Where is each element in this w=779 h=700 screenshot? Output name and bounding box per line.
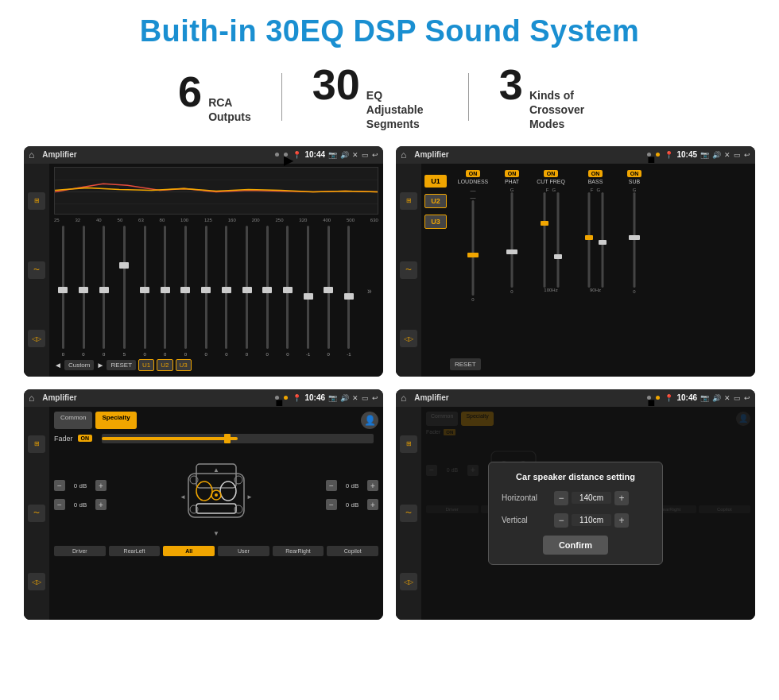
- tab-specialty[interactable]: Specialty: [95, 412, 136, 429]
- db-value-fr: 0 dB: [340, 482, 364, 489]
- db-plus-fl[interactable]: +: [95, 480, 107, 491]
- main-title: Buith-in 30EQ DSP Sound System: [24, 14, 755, 48]
- wave-ctrl-2[interactable]: 〜: [400, 261, 417, 279]
- vertical-plus[interactable]: +: [614, 513, 629, 528]
- eq-slider-3[interactable]: 0: [95, 226, 113, 357]
- db-plus-fr[interactable]: +: [367, 480, 378, 491]
- screen-crossover: ⌂ Amplifier ■ 📍 10:45 📷 🔊 ✕ ▭ ↩ ⊞ 〜: [396, 146, 755, 377]
- sub-on[interactable]: ON: [627, 170, 642, 177]
- eq-slider-4[interactable]: 5: [115, 226, 134, 357]
- stat-rca: 6 RCAOutputs: [148, 70, 281, 124]
- home-icon-2[interactable]: ⌂: [401, 149, 406, 160]
- wave-ctrl-3[interactable]: 〜: [28, 505, 45, 522]
- status-time-2: 10:45: [676, 150, 697, 159]
- car-diagram: ▲ ▼ ◄ ►: [113, 450, 320, 541]
- phat-group: ON PHAT G 0: [498, 170, 526, 302]
- stat-rca-number: 6: [178, 70, 202, 113]
- eq-ctrl-3[interactable]: ⊞: [28, 435, 45, 453]
- eq-slider-15[interactable]: -1: [340, 226, 358, 357]
- home-icon-4[interactable]: ⌂: [401, 393, 406, 404]
- custom-btn[interactable]: Custom: [64, 360, 95, 370]
- db-plus-rl[interactable]: +: [95, 499, 107, 510]
- dialog-overlay: Car speaker distance setting Horizontal …: [396, 407, 755, 620]
- eq-slider-10[interactable]: 0: [238, 226, 256, 357]
- status-dot-1b: ▶: [284, 153, 288, 157]
- camera-icon-4: 📷: [700, 394, 709, 402]
- u3-btn[interactable]: U3: [176, 359, 192, 371]
- volume-icon-4: 🔊: [712, 394, 721, 402]
- cutfreq-on[interactable]: ON: [544, 170, 559, 177]
- reset-btn[interactable]: RESET: [107, 360, 136, 370]
- eq-slider-6[interactable]: 0: [156, 226, 174, 357]
- loudness-on[interactable]: ON: [466, 170, 481, 177]
- tab-common[interactable]: Common: [54, 412, 92, 429]
- camera-icon-1: 📷: [328, 151, 337, 159]
- window-icon-4: ▭: [734, 394, 741, 402]
- spk-ctrl-3[interactable]: ◁▷: [28, 573, 45, 590]
- db-row-fl: − 0 dB +: [54, 480, 107, 491]
- eq-control-icon[interactable]: ⊞: [28, 192, 45, 210]
- more-arrow[interactable]: »: [360, 226, 378, 357]
- horizontal-plus[interactable]: +: [614, 491, 629, 505]
- eq-slider-1[interactable]: 0: [54, 226, 72, 357]
- bass-on[interactable]: ON: [588, 170, 603, 177]
- db-minus-rl[interactable]: −: [54, 499, 65, 510]
- screen1-left-controls: ⊞ 〜 ◁▷: [24, 164, 49, 377]
- u1-btn[interactable]: U1: [138, 359, 154, 371]
- eq-bottom-bar: ◄ Custom ► RESET U1 U2 U3: [54, 357, 378, 373]
- driver-btn[interactable]: Driver: [54, 546, 106, 556]
- db-plus-rr[interactable]: +: [367, 499, 378, 510]
- next-btn[interactable]: ►: [96, 361, 104, 369]
- screen2-reset-btn[interactable]: RESET: [450, 358, 481, 370]
- x-icon-4: ✕: [724, 394, 731, 402]
- phat-on[interactable]: ON: [505, 170, 520, 177]
- eq-slider-2[interactable]: 0: [75, 226, 93, 357]
- vertical-ctrl: − 110cm +: [554, 513, 649, 528]
- u3-crossover-btn[interactable]: U3: [424, 215, 447, 229]
- eq-slider-13[interactable]: -1: [299, 226, 317, 357]
- db-minus-fl[interactable]: −: [54, 480, 65, 491]
- page-wrapper: Buith-in 30EQ DSP Sound System 6 RCAOutp…: [0, 0, 779, 700]
- db-minus-rr[interactable]: −: [326, 499, 337, 510]
- screen1-title: Amplifier: [42, 150, 270, 159]
- db-minus-fr[interactable]: −: [326, 480, 337, 491]
- user-btn[interactable]: User: [218, 546, 269, 556]
- prev-btn[interactable]: ◄: [54, 361, 62, 369]
- status-bar-1: ⌂ Amplifier ▶ 📍 10:44 📷 🔊 ✕ ▭ ↩: [24, 146, 383, 164]
- u-buttons: U1 U2 U3: [424, 167, 447, 373]
- u2-crossover-btn[interactable]: U2: [424, 194, 447, 208]
- dialog-title: Car speaker distance setting: [502, 472, 649, 481]
- eq-ctrl-2[interactable]: ⊞: [400, 192, 417, 210]
- horizontal-label: Horizontal: [502, 493, 549, 502]
- eq-slider-9[interactable]: 0: [218, 226, 236, 357]
- wave-icon[interactable]: 〜: [28, 261, 45, 279]
- eq-slider-11[interactable]: 0: [258, 226, 277, 357]
- eq-slider-14[interactable]: 0: [320, 226, 338, 357]
- home-icon-1[interactable]: ⌂: [29, 149, 34, 160]
- stat-crossover: 3 Kinds ofCrossover Modes: [469, 63, 631, 132]
- rearright-btn[interactable]: RearRight: [273, 546, 324, 556]
- u1-crossover-btn[interactable]: U1: [424, 175, 447, 188]
- eq-slider-5[interactable]: 0: [136, 226, 154, 357]
- screens-grid: ⌂ Amplifier ▶ 📍 10:44 📷 🔊 ✕ ▭ ↩ ⊞ 〜: [24, 146, 755, 620]
- rearleft-btn[interactable]: RearLeft: [109, 546, 161, 556]
- vertical-minus[interactable]: −: [554, 513, 568, 528]
- u2-btn[interactable]: U2: [157, 359, 172, 371]
- eq-slider-12[interactable]: 0: [279, 226, 297, 357]
- db-value-rr: 0 dB: [340, 501, 364, 509]
- speaker-icon[interactable]: ◁▷: [28, 330, 45, 347]
- screen1-body: ⊞ 〜 ◁▷: [24, 164, 383, 377]
- dialog-box: Car speaker distance setting Horizontal …: [488, 462, 663, 565]
- eq-slider-7[interactable]: 0: [176, 226, 195, 357]
- copilot-btn[interactable]: Copilot: [327, 546, 378, 556]
- screen-speaker: ⌂ Amplifier ■ 📍 10:46 📷 🔊 ✕ ▭ ↩ ⊞ 〜: [24, 389, 383, 620]
- svg-text:▼: ▼: [213, 530, 219, 537]
- confirm-button[interactable]: Confirm: [543, 536, 608, 555]
- horizontal-minus[interactable]: −: [554, 491, 568, 505]
- fader-on-badge[interactable]: ON: [78, 435, 93, 442]
- eq-slider-8[interactable]: 0: [197, 226, 215, 357]
- spk-ctrl-2[interactable]: ◁▷: [400, 330, 417, 347]
- all-btn[interactable]: All: [163, 546, 215, 556]
- home-icon-3[interactable]: ⌂: [29, 393, 34, 404]
- person-icon[interactable]: 👤: [361, 412, 378, 429]
